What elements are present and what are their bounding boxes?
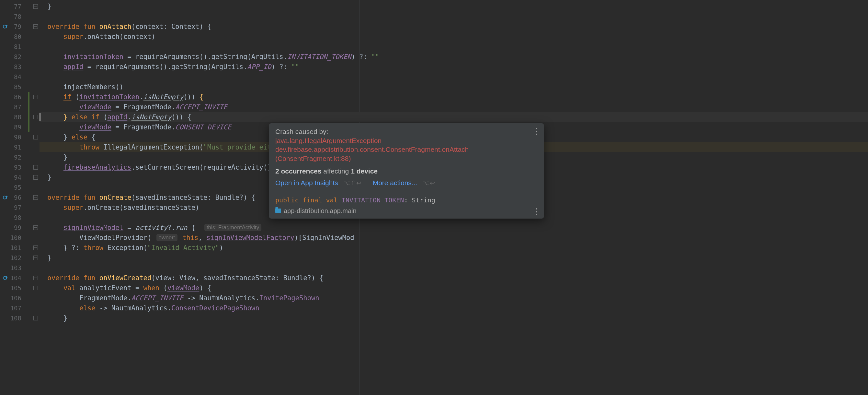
fold-cell bbox=[32, 223, 39, 232]
fold-toggle-icon[interactable] bbox=[33, 225, 38, 230]
line-number: 100 bbox=[0, 232, 32, 243]
code-line[interactable]: } else if (appId.isNotEmpty()) { bbox=[39, 112, 868, 122]
kebab-menu-icon[interactable] bbox=[534, 128, 539, 135]
line-number: 91 bbox=[0, 142, 32, 152]
fold-toggle-icon[interactable] bbox=[33, 246, 38, 250]
code-line[interactable]: injectMembers() bbox=[39, 82, 868, 92]
fold-cell bbox=[32, 21, 39, 31]
open-app-insights-link[interactable]: Open in App Insights bbox=[275, 179, 338, 187]
line-number: 96 bbox=[0, 192, 32, 202]
override-icon[interactable] bbox=[3, 195, 8, 200]
fold-toggle-icon[interactable] bbox=[33, 165, 38, 170]
crash-insight-popup: Crash caused by: java.lang.IllegalArgume… bbox=[269, 123, 544, 219]
module-label: app-distribution.app.main bbox=[269, 206, 544, 219]
code-line[interactable]: signInViewModel = activity?.run { this: … bbox=[39, 223, 868, 232]
code-line[interactable]: invitationToken = requireArguments().get… bbox=[39, 52, 868, 62]
override-icon[interactable] bbox=[3, 275, 8, 281]
fold-toggle-icon[interactable] bbox=[33, 175, 38, 180]
code-line[interactable]: override fun onViewCreated(view: View, s… bbox=[39, 273, 868, 283]
fold-cell bbox=[32, 52, 39, 62]
code-line[interactable]: } bbox=[39, 1, 868, 11]
fold-toggle-icon[interactable] bbox=[33, 195, 38, 200]
fold-cell bbox=[32, 162, 39, 172]
fold-cell bbox=[32, 213, 39, 223]
code-line[interactable]: } ?: throw Exception("Invalid Activity") bbox=[39, 243, 868, 253]
fold-cell bbox=[32, 102, 39, 112]
code-line[interactable]: else -> NautmAnalytics.ConsentDevicePage… bbox=[39, 303, 868, 313]
code-line[interactable] bbox=[39, 41, 868, 52]
code-line[interactable]: FragmentMode.ACCEPT_INVITE -> NautmAnaly… bbox=[39, 293, 868, 303]
fold-toggle-icon[interactable] bbox=[33, 256, 38, 260]
fold-cell bbox=[32, 273, 39, 283]
fold-toggle-icon[interactable] bbox=[33, 4, 38, 9]
line-number: 107 bbox=[0, 303, 32, 313]
code-line[interactable] bbox=[39, 72, 868, 82]
fold-cell bbox=[32, 202, 39, 213]
line-number: 106 bbox=[0, 293, 32, 303]
code-line[interactable]: if (invitationToken.isNotEmpty()) { bbox=[39, 92, 868, 102]
line-number: 90 bbox=[0, 132, 32, 142]
fold-cell bbox=[32, 1, 39, 11]
popup-stats: 2 occurrences affecting 1 device bbox=[275, 167, 538, 175]
declaration-preview: public final val INVITATION_TOKEN: Strin… bbox=[269, 192, 544, 206]
fold-cell bbox=[32, 132, 39, 142]
code-editor[interactable]: 7778798081828384858687888990919293949596… bbox=[0, 0, 868, 395]
fold-toggle-icon[interactable] bbox=[33, 135, 38, 139]
fold-cell bbox=[32, 313, 39, 323]
line-number: 82 bbox=[0, 52, 32, 62]
line-number: 88 bbox=[0, 112, 32, 122]
line-number: 83 bbox=[0, 62, 32, 72]
fold-cell bbox=[32, 82, 39, 92]
line-number: 92 bbox=[0, 152, 32, 162]
code-line[interactable]: ViewModelProvider( owner: this, signInVi… bbox=[39, 232, 868, 243]
fold-toggle-icon[interactable] bbox=[33, 276, 38, 280]
code-line[interactable]: val analyticEvent = when (viewMode) { bbox=[39, 283, 868, 293]
fold-cell bbox=[32, 303, 39, 313]
override-icon[interactable] bbox=[3, 24, 8, 29]
fold-cell bbox=[32, 243, 39, 253]
line-number: 87 bbox=[0, 102, 32, 112]
more-actions-link[interactable]: More actions... bbox=[373, 179, 417, 187]
code-line[interactable]: } bbox=[39, 313, 868, 323]
fold-cell bbox=[32, 11, 39, 21]
caret bbox=[39, 113, 40, 121]
line-number: 95 bbox=[0, 182, 32, 192]
fold-toggle-icon[interactable] bbox=[33, 316, 38, 320]
line-number: 93 bbox=[0, 162, 32, 172]
line-number: 105 bbox=[0, 283, 32, 293]
code-line[interactable] bbox=[39, 263, 868, 273]
line-number: 89 bbox=[0, 122, 32, 132]
device-count: 1 device bbox=[351, 167, 378, 175]
code-line[interactable]: super.onAttach(context) bbox=[39, 31, 868, 41]
fold-cell bbox=[32, 41, 39, 52]
code-line[interactable]: viewMode = FragmentMode.ACCEPT_INVITE bbox=[39, 102, 868, 112]
code-line[interactable]: } bbox=[39, 253, 868, 263]
vcs-change-marker bbox=[28, 92, 29, 132]
fold-cell bbox=[32, 31, 39, 41]
line-number: 103 bbox=[0, 263, 32, 273]
fold-cell bbox=[32, 192, 39, 202]
code-line[interactable]: appId = requireArguments().getString(Arg… bbox=[39, 62, 868, 72]
line-number: 86 bbox=[0, 92, 32, 102]
line-number: 99 bbox=[0, 223, 32, 232]
line-number: 84 bbox=[0, 72, 32, 82]
fold-cell bbox=[32, 263, 39, 273]
code-line[interactable]: override fun onAttach(context: Context) … bbox=[39, 21, 868, 31]
fold-toggle-icon[interactable] bbox=[33, 115, 38, 119]
popup-title: Crash caused by: bbox=[275, 128, 538, 136]
line-number: 79 bbox=[0, 21, 32, 31]
fold-toggle-icon[interactable] bbox=[33, 286, 38, 290]
line-number: 97 bbox=[0, 202, 32, 213]
shortcut-open: ⌥⇧↩ bbox=[343, 180, 362, 187]
line-number: 108 bbox=[0, 313, 32, 323]
fold-toggle-icon[interactable] bbox=[33, 95, 38, 99]
line-number: 81 bbox=[0, 41, 32, 52]
inlay-hint: owner: bbox=[156, 234, 178, 241]
line-number: 80 bbox=[0, 31, 32, 41]
fold-cell bbox=[32, 232, 39, 243]
fold-toggle-icon[interactable] bbox=[33, 24, 38, 29]
occurrence-count: 2 occurrences bbox=[275, 167, 321, 175]
kebab-menu-icon[interactable] bbox=[534, 208, 539, 215]
fold-cell bbox=[32, 172, 39, 182]
code-line[interactable] bbox=[39, 11, 868, 21]
